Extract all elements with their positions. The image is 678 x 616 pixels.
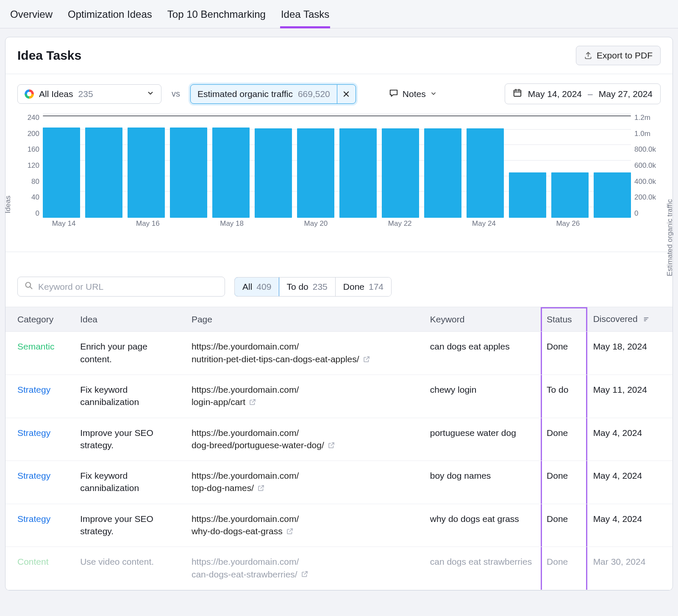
table-row: SemanticEnrich your page content.https:/… — [6, 332, 672, 375]
discovered-date: May 4, 2024 — [587, 461, 672, 504]
keyword-text: can dogs eat apples — [424, 332, 541, 375]
chart-bar[interactable] — [128, 128, 165, 218]
status-filter-label: Done — [343, 282, 364, 292]
page-url[interactable]: https://be.yourdomain.com/top-dog-names/ — [186, 461, 424, 504]
col-idea[interactable]: Idea — [74, 307, 186, 332]
chart-plot[interactable]: May 14.May 16.May 18.May 20.May 22.May 2… — [43, 112, 631, 230]
status-filter-to-do[interactable]: To do235 — [279, 277, 335, 296]
chart-bar[interactable] — [43, 128, 80, 218]
page-url[interactable]: https://be.yourdomain.com/login-app/cart — [186, 375, 424, 418]
chart-bar[interactable] — [297, 128, 334, 218]
status-filter-count: 235 — [313, 282, 328, 292]
idea-text: Enrich your page content. — [74, 332, 186, 375]
chart-bar[interactable] — [339, 128, 377, 218]
date-range-picker[interactable]: May 14, 2024 – May 27, 2024 — [505, 83, 661, 104]
chart-bar[interactable] — [551, 172, 589, 218]
ytick-right: 0 — [634, 209, 661, 218]
keyword-text: why do dogs eat grass — [424, 504, 541, 547]
page-url[interactable]: https://be.yourdomain.com/can-dogs-eat-s… — [186, 547, 424, 590]
discovered-date: May 4, 2024 — [587, 418, 672, 461]
chart-bar[interactable] — [424, 128, 461, 218]
table-row: StrategyImprove your SEO strategy.https:… — [6, 504, 672, 547]
export-pdf-button[interactable]: Export to PDF — [576, 46, 661, 65]
traffic-metric-label: Estimated organic traffic — [197, 89, 293, 99]
tab-top10-benchmarking[interactable]: Top 10 Benchmarking — [167, 4, 267, 28]
category-link[interactable]: Strategy — [17, 428, 50, 438]
status-text: Done — [541, 547, 587, 590]
page-url[interactable]: https://be.yourdomain.com/nutrition-pet-… — [186, 332, 424, 375]
svg-rect-10 — [644, 321, 646, 322]
col-status[interactable]: Status — [541, 307, 587, 332]
ideas-dropdown[interactable]: All Ideas 235 — [17, 84, 161, 104]
idea-text: Improve your SEO strategy. — [74, 418, 186, 461]
chart-y-left-ticks: 24020016012080400 — [17, 112, 43, 230]
category-link[interactable]: Strategy — [17, 471, 50, 480]
idea-text: Improve your SEO strategy. — [74, 504, 186, 547]
col-page[interactable]: Page — [186, 307, 424, 332]
chart-bar[interactable] — [212, 128, 250, 218]
discovered-date: Mar 30, 2024 — [587, 547, 672, 590]
chart-bar[interactable] — [509, 172, 546, 218]
notes-label: Notes — [403, 89, 426, 99]
external-link-icon[interactable] — [249, 397, 256, 409]
tab-overview[interactable]: Overview — [9, 4, 53, 28]
chart-bar[interactable] — [255, 128, 292, 218]
chart-bar[interactable] — [467, 128, 504, 218]
xtick: May 16 — [127, 219, 169, 230]
xtick: May 22 — [379, 219, 421, 230]
status-filter-done[interactable]: Done174 — [336, 277, 391, 296]
table-header-row: Category Idea Page Keyword Status Discov… — [6, 307, 672, 332]
table-row: StrategyFix keyword cannibalizationhttps… — [6, 375, 672, 418]
tab-optimization-ideas[interactable]: Optimization Ideas — [67, 4, 153, 28]
ytick-right: 800.0k — [634, 145, 661, 154]
date-start: May 14, 2024 — [528, 89, 582, 99]
external-link-icon[interactable] — [328, 440, 335, 452]
traffic-metric-value: 669,520 — [298, 89, 330, 99]
external-link-icon[interactable] — [257, 483, 265, 495]
xtick: May 18 — [211, 219, 253, 230]
keyword-text: can dogs eat strawberries — [424, 547, 541, 590]
traffic-metric-chip[interactable]: Estimated organic traffic 669,520 — [190, 84, 356, 104]
date-end: May 27, 2024 — [599, 89, 653, 99]
svg-rect-2 — [514, 90, 521, 97]
status-filter-segment: All409To do235Done174 — [234, 277, 392, 297]
chart-bar[interactable] — [594, 172, 631, 218]
xtick: May 14 — [43, 219, 85, 230]
chart-bar[interactable] — [382, 128, 419, 218]
discovered-date: May 11, 2024 — [587, 375, 672, 418]
notes-dropdown[interactable]: Notes — [389, 88, 437, 100]
status-filter-label: All — [242, 282, 252, 292]
col-keyword[interactable]: Keyword — [424, 307, 541, 332]
external-link-icon[interactable] — [301, 569, 308, 581]
category-link[interactable]: Strategy — [17, 385, 50, 394]
col-discovered[interactable]: Discovered — [587, 307, 672, 332]
ytick-left: 200 — [17, 130, 39, 138]
table-controls: All409To do235Done174 — [6, 252, 672, 307]
status-text: Done — [541, 461, 587, 504]
chevron-down-icon — [147, 89, 154, 99]
vs-label: vs — [172, 89, 180, 99]
idea-text: Use video content. — [74, 547, 186, 590]
xtick: May 26 — [547, 219, 589, 230]
chart-bar[interactable] — [85, 128, 122, 218]
tab-idea-tasks[interactable]: Idea Tasks — [280, 4, 330, 28]
external-link-icon[interactable] — [286, 526, 294, 538]
page-url[interactable]: https://be.yourdomain.com/why-do-dogs-ea… — [186, 504, 424, 547]
external-link-icon[interactable] — [363, 354, 370, 366]
search-input[interactable] — [38, 282, 218, 292]
category-link[interactable]: Strategy — [17, 514, 50, 524]
filter-row: All Ideas 235 vs Estimated organic traff… — [6, 74, 672, 108]
chart-bar[interactable] — [170, 128, 207, 218]
col-category[interactable]: Category — [6, 307, 74, 332]
category-link[interactable]: Semantic — [17, 341, 55, 351]
category-link[interactable]: Content — [17, 557, 49, 566]
traffic-metric-clear-button[interactable] — [337, 85, 356, 103]
search-input-wrap[interactable] — [17, 277, 225, 297]
status-filter-all[interactable]: All409 — [234, 277, 279, 297]
keyword-text: portuguese water dog — [424, 418, 541, 461]
page-url[interactable]: https://be.yourdomain.com/dog-breed/port… — [186, 418, 424, 461]
ytick-left: 80 — [17, 178, 39, 186]
ideas-dropdown-label: All Ideas — [39, 89, 73, 99]
svg-rect-8 — [644, 318, 648, 319]
discovered-date: May 18, 2024 — [587, 332, 672, 375]
